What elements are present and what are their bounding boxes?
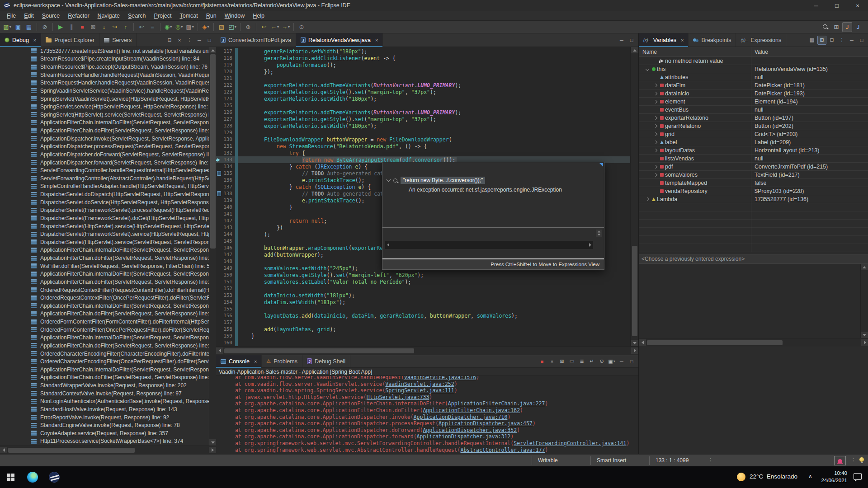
stack-trace-link[interactable]: VaadinServlet.java:252 xyxy=(385,381,454,387)
stack-trace-link[interactable]: ApplicationDispatcher.java:457 xyxy=(439,420,533,427)
stack-frame[interactable]: OrderedFormContentFilter(FormContentFilt… xyxy=(0,318,209,326)
back-icon[interactable]: ←▾ xyxy=(270,22,280,32)
code-line-126[interactable]: 126exportarRelatorio.addThemeVariants(Bu… xyxy=(216,109,630,116)
stack-frame[interactable]: StandardEngineValve.invoke(Request, Resp… xyxy=(0,421,209,429)
debug-last-icon[interactable]: ◎▾ xyxy=(174,22,184,32)
tab-relatoriovendaview-java[interactable]: JRelatorioVendaView.java× xyxy=(296,33,383,47)
stack-frame[interactable]: StreamResource$Pipe.accept(OutputStream,… xyxy=(0,63,209,71)
coverage-icon[interactable]: ▩▾ xyxy=(185,22,195,32)
code-line-121[interactable]: 121 xyxy=(216,75,630,82)
code-line-154[interactable]: 154dataFim.setWidth("181px"); xyxy=(216,299,630,305)
menu-file[interactable]: File xyxy=(3,12,20,20)
action-center-icon[interactable] xyxy=(854,473,862,480)
stack-frame[interactable]: SpringVaadinServletService(VaadinService… xyxy=(0,87,209,95)
tab-debug[interactable]: Debug× xyxy=(0,33,41,47)
variable-row[interactable]: templateMappedfalse xyxy=(639,179,868,187)
tab-breakpoints[interactable]: Breakpoints xyxy=(689,33,736,47)
weather-sun-icon[interactable] xyxy=(737,473,745,481)
stack-frame[interactable]: ApplicationFilterChain.internalDoFilter(… xyxy=(0,302,209,310)
menu-refactor[interactable]: Refactor xyxy=(64,12,93,20)
code-line-124[interactable]: 124exportarRelatorio.setWidth("180px"); xyxy=(216,95,630,102)
expand-chevron-icon[interactable] xyxy=(652,165,659,168)
clear-console-icon[interactable]: ▭ xyxy=(567,357,576,366)
expand-chevron-icon[interactable] xyxy=(652,125,659,127)
console-output[interactable]: at com.vaadin.flow.server.VaadinService.… xyxy=(216,374,638,455)
pin-console-icon[interactable]: ⊙ xyxy=(597,357,606,366)
word-wrap-icon[interactable]: ↵ xyxy=(587,357,596,366)
stack-frame[interactable]: StreamRequestHandler.handleRequest(Vaadi… xyxy=(0,79,209,87)
restore-icon[interactable]: ⊡ xyxy=(165,36,174,45)
minimize-icon[interactable]: ─ xyxy=(847,36,856,45)
stack-frame[interactable]: StandardContextValve.invoke(Request, Res… xyxy=(0,389,209,398)
tab-problems[interactable]: ⚠Problems xyxy=(262,355,302,367)
debug-stack-frames[interactable]: 1735528777.createInputStream() line: not… xyxy=(0,47,209,446)
menu-window[interactable]: Window xyxy=(221,12,249,20)
start-button[interactable] xyxy=(0,466,22,488)
variable-row[interactable]: dataFimDatePicker (id=181) xyxy=(639,81,868,89)
code-line-129[interactable]: 129 xyxy=(216,129,630,136)
stack-frame[interactable]: ApplicationFilterChain.doFilter(ServletR… xyxy=(0,127,209,135)
code-line-155[interactable]: 155 xyxy=(216,305,630,312)
new-wizard-icon[interactable]: ▨▾ xyxy=(2,22,12,32)
show-logical-structure-icon[interactable]: ⊞ xyxy=(817,36,826,45)
variables-detail-vertical-scrollbar[interactable] xyxy=(860,264,868,338)
run-last-icon[interactable]: ◉▾ xyxy=(163,22,173,32)
menu-project[interactable]: Project xyxy=(150,12,176,20)
stack-frame[interactable]: DispatcherServlet(FrameworkServlet).proc… xyxy=(0,206,209,215)
column-header-value[interactable]: Value xyxy=(755,49,768,55)
terminate-icon[interactable]: ■ xyxy=(538,357,547,366)
last-edit-location-icon[interactable]: ↩ xyxy=(259,22,269,32)
variable-row[interactable]: exportarRelatorioButton (id=197) xyxy=(639,114,868,122)
menu-edit[interactable]: Edit xyxy=(20,12,38,20)
stack-frame[interactable]: Http11Processor.service(SocketWrapperBas… xyxy=(0,437,209,446)
forward-icon[interactable]: →▾ xyxy=(281,22,291,32)
new-java-project-icon[interactable]: ▧ xyxy=(217,22,226,32)
stack-trace-link[interactable]: ApplicationFilterChain.java:162 xyxy=(423,407,520,413)
tab-close-icon[interactable]: × xyxy=(681,38,684,43)
expand-chevron-icon[interactable] xyxy=(652,133,659,136)
tab-close-icon[interactable]: × xyxy=(375,38,378,43)
tab-convertejrxmltopdf-java[interactable]: JConverteJrxmlToPdf.java xyxy=(216,33,296,47)
step-over-icon[interactable]: ↪ xyxy=(110,22,120,32)
stack-frame[interactable]: SpringServlet(HttpServlet).service(Servl… xyxy=(0,111,209,119)
stack-trace-link[interactable]: ServletForwardingController.java:141 xyxy=(514,440,626,446)
code-line-128[interactable]: 128exportarRelatorio.setWidth("180px"); xyxy=(216,122,630,129)
stack-frame[interactable]: ApplicationFilterChain.doFilter(ServletR… xyxy=(0,342,209,350)
collapse-all-icon[interactable]: ⊟ xyxy=(827,36,836,45)
taskbar-browser-button[interactable] xyxy=(22,466,43,488)
stack-frame[interactable]: DispatcherServlet.doService(HttpServletR… xyxy=(0,198,209,206)
terminate-icon[interactable]: ■ xyxy=(77,22,87,32)
stack-trace-link[interactable]: ApplicationFilterChain.java:227 xyxy=(448,400,545,407)
stack-frame[interactable]: ApplicationFilterChain.doFilter(ServletR… xyxy=(0,310,209,318)
editor-horizontal-scrollbar[interactable] xyxy=(216,346,638,355)
code-line-130[interactable]: 130FileDownloadWrapper buttonWrapper = n… xyxy=(216,136,630,143)
stack-frame[interactable]: ApplicationDispatcher.invoke(ServletRequ… xyxy=(0,135,209,143)
expand-chevron-icon[interactable] xyxy=(644,198,651,201)
show-type-names-icon[interactable]: ▦ xyxy=(807,36,816,45)
maximize-icon[interactable]: □ xyxy=(627,357,636,366)
new-java-class-icon[interactable]: ◰▾ xyxy=(227,22,237,32)
skip-all-breakpoints-icon[interactable]: ⊘ xyxy=(40,22,50,32)
step-return-icon[interactable]: ↑ xyxy=(121,22,131,32)
drop-to-frame-icon[interactable]: ↩ xyxy=(137,22,146,32)
code-line-160[interactable]: 160 xyxy=(216,339,630,346)
expand-chevron-icon[interactable] xyxy=(652,149,659,152)
stack-frame[interactable]: OrderedCharacterEncodingFilter(Character… xyxy=(0,350,209,358)
tab-project-explorer[interactable]: Project Explorer xyxy=(41,33,99,47)
jee-perspective-icon[interactable]: J xyxy=(842,22,852,32)
stack-trace-link[interactable]: AbstractController.java:177 xyxy=(461,447,545,453)
variable-row[interactable]: no method return value xyxy=(639,57,868,65)
expand-chevron-icon[interactable] xyxy=(387,178,391,182)
stack-frame[interactable]: DispatcherServlet(HttpServlet).service(S… xyxy=(0,238,209,246)
code-line-151[interactable]: 151somaValores.setLabel("Valor Total no … xyxy=(216,278,630,285)
tip-lightbulb-icon[interactable] xyxy=(859,457,864,462)
step-into-icon[interactable]: ↓ xyxy=(99,22,109,32)
expand-chevron-icon[interactable] xyxy=(652,100,659,103)
variable-row[interactable]: thisRelatorioVendaView (id=135) xyxy=(639,65,868,73)
variable-row[interactable]: vendaRepository$Proxy103 (id=228) xyxy=(639,187,868,195)
expand-chevron-icon[interactable] xyxy=(652,84,659,87)
column-header-name[interactable]: Name xyxy=(639,49,657,55)
stack-frame[interactable]: OrderedRequestContextFilter(OncePerReque… xyxy=(0,294,209,302)
tab-servers[interactable]: Servers xyxy=(99,33,137,47)
menu-tomcat[interactable]: Tomcat xyxy=(175,12,202,20)
